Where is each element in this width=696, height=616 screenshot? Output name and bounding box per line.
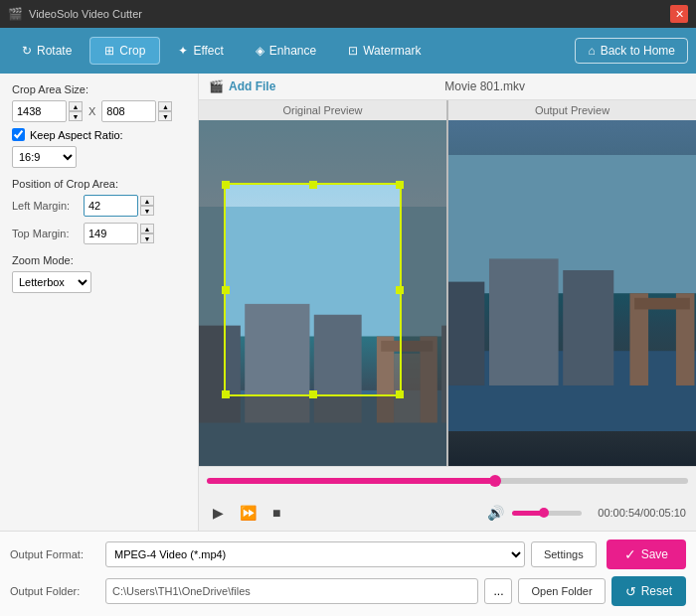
svg-rect-26 xyxy=(634,298,690,310)
output-format-row: Output Format: MPEG-4 Video (*.mp4) AVI … xyxy=(10,539,686,569)
video-header: 🎬 Add File Movie 801.mkv xyxy=(199,74,696,100)
keep-aspect-row: Keep Aspect Ratio: xyxy=(12,128,186,141)
file-name: Movie 801.mkv xyxy=(283,79,686,93)
crop-mask-left xyxy=(199,183,224,397)
crop-handle-bc[interactable] xyxy=(309,390,317,398)
settings-button[interactable]: Settings xyxy=(531,541,597,567)
x-label: X xyxy=(88,105,95,117)
scrubber-thumb[interactable] xyxy=(489,475,501,487)
output-format-label: Output Format: xyxy=(10,548,99,560)
scrubber-bar xyxy=(199,467,696,495)
height-spin-up[interactable]: ▲ xyxy=(158,101,172,111)
volume-thumb[interactable] xyxy=(539,508,549,518)
title-bar: 🎬 VideoSolo Video Cutter ✕ xyxy=(0,0,696,28)
height-spinner: ▲ ▼ xyxy=(158,101,172,121)
crop-handle-ml[interactable] xyxy=(222,286,230,294)
save-check-icon: ✓ xyxy=(624,546,636,562)
scrubber-track[interactable] xyxy=(207,478,688,484)
effect-icon: ✦ xyxy=(178,44,188,58)
add-file-icon: 🎬 xyxy=(209,79,224,93)
effect-button[interactable]: ✦ Effect xyxy=(164,38,237,64)
output-folder-label: Output Folder: xyxy=(10,585,99,597)
folder-path-input[interactable] xyxy=(105,578,478,604)
keep-aspect-label: Keep Aspect Ratio: xyxy=(30,129,123,141)
crop-handle-mr[interactable] xyxy=(396,286,404,294)
crop-size-label: Crop Area Size: xyxy=(12,83,186,95)
close-button[interactable]: ✕ xyxy=(670,5,688,23)
output-video-frame xyxy=(448,120,696,466)
left-margin-spin-down[interactable]: ▼ xyxy=(140,206,154,216)
crop-size-section: Crop Area Size: ▲ ▼ X ▲ ▼ Keep Aspect Ra… xyxy=(12,83,186,168)
app-icon: 🎬 xyxy=(8,7,23,21)
height-input[interactable] xyxy=(101,100,156,122)
crop-handle-tl[interactable] xyxy=(222,181,230,189)
top-margin-label: Top Margin: xyxy=(12,228,80,239)
rotate-button[interactable]: ↻ Rotate xyxy=(8,38,86,64)
top-margin-spinner: ▲ ▼ xyxy=(140,224,154,243)
left-margin-spin-up[interactable]: ▲ xyxy=(140,196,154,206)
output-preview-pane: Output Preview xyxy=(448,100,696,466)
top-margin-row: Top Margin: ▲ ▼ xyxy=(12,223,186,244)
position-label: Position of Crop Area: xyxy=(12,178,186,190)
open-folder-button[interactable]: Open Folder xyxy=(518,578,605,604)
width-spin-down[interactable]: ▼ xyxy=(69,111,83,121)
main-content: Crop Area Size: ▲ ▼ X ▲ ▼ Keep Aspect Ra… xyxy=(0,74,696,531)
zoom-mode-select[interactable]: Letterbox Pan & Scan Full xyxy=(12,271,91,293)
crop-icon: ⊞ xyxy=(104,44,114,58)
crop-button[interactable]: ⊞ Crop xyxy=(89,37,160,65)
crop-handle-br[interactable] xyxy=(396,390,404,398)
back-home-button[interactable]: ⌂ Back to Home xyxy=(575,38,688,64)
top-margin-spin-up[interactable]: ▲ xyxy=(140,224,154,233)
left-margin-input[interactable] xyxy=(84,195,138,217)
crop-mask-top xyxy=(199,120,446,183)
svg-rect-22 xyxy=(489,258,559,385)
output-folder-row: Output Folder: ... Open Folder ↺ Reset xyxy=(10,576,686,606)
enhance-button[interactable]: ◈ Enhance xyxy=(242,38,330,64)
original-video-frame xyxy=(199,120,446,466)
title-bar-left: 🎬 VideoSolo Video Cutter xyxy=(8,7,142,21)
stop-button[interactable]: ■ xyxy=(268,503,284,523)
play-icon: ▶ xyxy=(213,505,224,521)
preview-row: Original Preview xyxy=(199,100,696,466)
position-section: Position of Crop Area: Left Margin: ▲ ▼ … xyxy=(12,178,186,244)
volume-track[interactable] xyxy=(512,511,582,516)
format-select[interactable]: MPEG-4 Video (*.mp4) AVI MKV xyxy=(105,541,525,567)
width-spin-up[interactable]: ▲ xyxy=(69,101,83,111)
fast-forward-button[interactable]: ⏩ xyxy=(236,503,261,523)
left-margin-label: Left Margin: xyxy=(12,200,80,212)
stop-icon: ■ xyxy=(272,505,280,521)
save-button[interactable]: ✓ Save xyxy=(607,539,686,569)
svg-rect-21 xyxy=(448,281,484,385)
svg-rect-23 xyxy=(563,270,613,385)
bottom-bar: Output Format: MPEG-4 Video (*.mp4) AVI … xyxy=(0,531,696,616)
original-preview-pane: Original Preview xyxy=(199,100,446,466)
left-panel: Crop Area Size: ▲ ▼ X ▲ ▼ Keep Aspect Ra… xyxy=(0,74,199,531)
zoom-mode-label: Zoom Mode: xyxy=(12,254,186,266)
top-margin-spin-down[interactable]: ▼ xyxy=(140,233,154,243)
reset-button[interactable]: ↺ Reset xyxy=(611,576,686,606)
add-file-button[interactable]: 🎬 Add File xyxy=(209,79,275,93)
crop-mask-right xyxy=(402,183,446,397)
timeline-area: ▶ ⏩ ■ 🔊 00:00:54/00:05:10 xyxy=(199,466,696,531)
crop-mask-bottom xyxy=(199,396,446,466)
crop-handle-bl[interactable] xyxy=(222,390,230,398)
size-input-row: ▲ ▼ X ▲ ▼ xyxy=(12,100,186,122)
video-area: 🎬 Add File Movie 801.mkv Original Previe… xyxy=(199,74,696,531)
height-spin-down[interactable]: ▼ xyxy=(158,111,172,121)
rotate-icon: ↻ xyxy=(22,44,32,58)
play-button[interactable]: ▶ xyxy=(209,503,228,523)
time-display: 00:00:54/00:05:10 xyxy=(598,507,686,519)
width-spinner: ▲ ▼ xyxy=(69,101,83,121)
aspect-ratio-select[interactable]: 16:9 4:3 1:1 9:16 xyxy=(12,146,77,168)
left-margin-row: Left Margin: ▲ ▼ xyxy=(12,195,186,217)
crop-rectangle[interactable] xyxy=(224,183,402,397)
ellipsis-button[interactable]: ... xyxy=(484,578,512,604)
volume-icon: 🔊 xyxy=(487,505,504,521)
top-margin-input[interactable] xyxy=(84,223,138,244)
crop-handle-tr[interactable] xyxy=(396,181,404,189)
watermark-button[interactable]: ⊡ Watermark xyxy=(334,38,435,64)
crop-handle-tc[interactable] xyxy=(309,181,317,189)
width-input[interactable] xyxy=(12,100,67,122)
output-skyline xyxy=(448,155,696,431)
keep-aspect-checkbox[interactable] xyxy=(12,128,25,141)
